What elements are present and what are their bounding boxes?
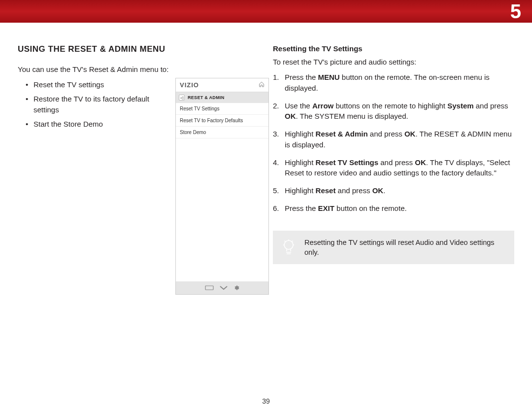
tv-menu-screenshot: VIZIO ◁ RESET & ADMIN Reset TV Settings … — [175, 78, 269, 295]
step: Highlight Reset TV Settings and press OK… — [285, 157, 514, 179]
tv-menu-item: Reset TV to Factory Defaults — [176, 115, 268, 127]
svg-rect-0 — [205, 286, 213, 290]
tv-menu-item: Reset TV Settings — [176, 103, 268, 115]
left-column: USING THE RESET & ADMIN MENU You can use… — [18, 44, 259, 264]
wide-icon — [205, 285, 214, 290]
feature-bullets: Reset the TV settings Restore the TV to … — [18, 79, 151, 130]
tv-menu-item: Store Demo — [176, 127, 268, 138]
svg-point-1 — [284, 240, 293, 249]
step: Press the MENU button on the remote. The… — [285, 72, 514, 94]
chapter-banner: 5 — [0, 0, 532, 23]
step: Highlight Reset & Admin and press OK. Th… — [285, 129, 514, 150]
subsection-intro: To reset the TV's picture and audio sett… — [273, 57, 514, 67]
chevron-down-icon — [220, 285, 228, 290]
tv-footer-bar — [176, 281, 268, 294]
chapter-number: 5 — [510, 0, 521, 23]
list-item: Restore the TV to its factory default se… — [33, 94, 151, 116]
list-item: Reset the TV settings — [33, 79, 151, 91]
tv-header: VIZIO — [176, 78, 268, 92]
instruction-steps: Press the MENU button on the remote. The… — [273, 72, 514, 214]
tv-menu-title-bar: ◁ RESET & ADMIN — [176, 92, 268, 103]
step: Highlight Reset and press OK. — [285, 185, 514, 196]
back-icon: ◁ — [179, 95, 185, 101]
tv-menu-title: RESET & ADMIN — [188, 95, 225, 100]
step: Press the EXIT button on the remote. — [285, 203, 514, 214]
home-icon — [259, 81, 265, 89]
lightbulb-icon — [282, 239, 296, 256]
subsection-title: Resetting the TV Settings — [273, 44, 514, 53]
page-number: 39 — [0, 397, 532, 405]
step: Use the Arrow buttons on the remote to h… — [285, 101, 514, 122]
section-title: USING THE RESET & ADMIN MENU — [18, 44, 259, 54]
page-content: USING THE RESET & ADMIN MENU You can use… — [0, 23, 532, 264]
intro-text: You can use the TV's Reset & Admin menu … — [18, 64, 259, 74]
gear-icon — [233, 285, 239, 291]
list-item: Start the Store Demo — [33, 119, 151, 130]
right-column: Resetting the TV Settings To reset the T… — [273, 44, 514, 264]
tip-text: Resetting the TV settings will reset Aud… — [304, 238, 505, 258]
tip-callout: Resetting the TV settings will reset Aud… — [273, 231, 514, 265]
vizio-logo: VIZIO — [180, 81, 199, 89]
